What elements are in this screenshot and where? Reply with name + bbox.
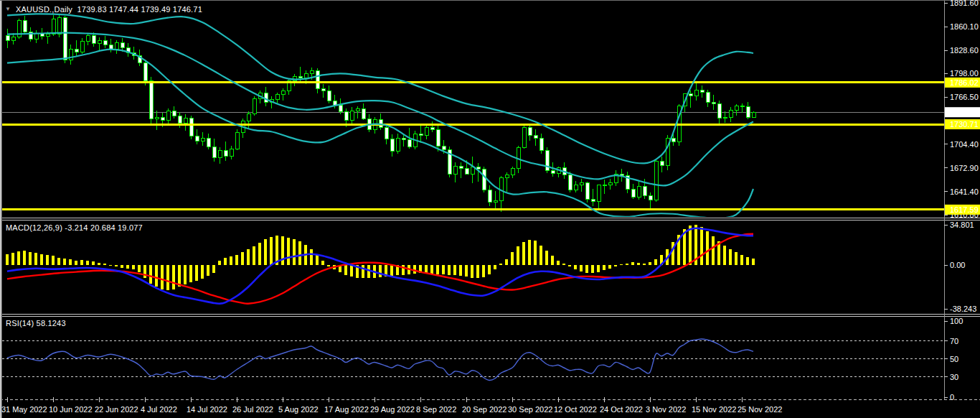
- ohlc-high: 1747.44: [109, 5, 138, 14]
- time-tick-label: 10 Jun 2022: [49, 405, 93, 414]
- time-tick-label: 24 Oct 2022: [600, 405, 643, 414]
- time-tick-label: 5 Aug 2022: [278, 405, 319, 414]
- time-tick-label: 20 Sep 2022: [462, 405, 507, 414]
- level-price-tag-label: 1730.71: [950, 120, 979, 129]
- price-tick-label: 1798.00: [950, 69, 979, 78]
- chart-title: XAUUSD.,Daily 1739.83 1747.44 1739.49 17…: [16, 5, 202, 14]
- macd-name: MACD(12,26,9): [6, 223, 62, 232]
- level-price-tag-label: 1786.02: [950, 78, 979, 87]
- rsi-indicator-label: RSI(14) 58.1243: [6, 319, 66, 328]
- macd-tick-label: 0.00: [950, 261, 965, 269]
- price-tick-label: 1672.90: [950, 164, 979, 172]
- time-tick-label: 8 Sep 2022: [416, 405, 456, 414]
- trading-chart-window: ▼ XAUUSD.,Daily 1739.83 1747.44 1739.49 …: [0, 0, 980, 418]
- window-left-border: [0, 0, 1, 418]
- macd-values: -3.214 20.684 19.077: [65, 223, 143, 232]
- price-tick-label: 1704.40: [950, 140, 979, 149]
- rsi-tick-label: 100: [950, 317, 963, 325]
- price-tick-label: 1641.40: [950, 187, 979, 196]
- ohlc-close: 1746.71: [173, 5, 202, 14]
- macd-tick-label: -38.243: [950, 305, 976, 313]
- rsi-tick-label: 70: [950, 337, 958, 345]
- price-tick-label: 1891.60: [950, 0, 979, 7]
- price-tick-label: 1766.50: [950, 93, 979, 101]
- time-tick-label: 22 Jun 2022: [95, 405, 138, 414]
- ohlc-low: 1739.49: [141, 5, 170, 14]
- time-tick-label: 12 Oct 2022: [554, 405, 597, 414]
- time-tick-label: 3 Nov 2022: [646, 405, 686, 414]
- time-tick-label: 25 Nov 2022: [738, 405, 782, 414]
- triangle-down-icon[interactable]: ▼: [5, 6, 11, 12]
- time-tick-label: 30 Sep 2022: [508, 405, 552, 414]
- rsi-tick-label: 30: [950, 373, 958, 381]
- price-tick-label: 1828.60: [950, 46, 979, 55]
- rsi-name: RSI(14): [6, 319, 34, 328]
- rsi-tick-label: 50: [950, 355, 958, 363]
- time-tick-label: 15 Nov 2022: [692, 405, 736, 414]
- ohlc-open: 1739.83: [77, 5, 107, 14]
- macd-tick-label: 34.801: [950, 220, 974, 229]
- level-price-tag-label: 1617.59: [950, 205, 979, 214]
- rsi-value: 58.1243: [37, 319, 66, 328]
- current-price-tag-label: 1746.71: [950, 108, 979, 116]
- price-tick-label: 1860.10: [950, 22, 979, 31]
- time-tick-label: 14 Jul 2022: [187, 405, 227, 414]
- rsi-tick-label: 0: [950, 393, 954, 401]
- chart-symbol-period: XAUUSD.,Daily: [16, 5, 72, 14]
- time-tick-label: 29 Aug 2022: [370, 405, 415, 414]
- time-tick-label: 31 May 2022: [1, 405, 47, 414]
- chart-canvas[interactable]: 1891.601860.101828.601798.001766.501704.…: [0, 0, 980, 418]
- time-tick-label: 4 Jul 2022: [141, 405, 177, 414]
- time-tick-label: 17 Aug 2022: [324, 405, 369, 414]
- macd-indicator-label: MACD(12,26,9) -3.214 20.684 19.077: [6, 223, 143, 232]
- time-tick-label: 26 Jul 2022: [232, 405, 273, 414]
